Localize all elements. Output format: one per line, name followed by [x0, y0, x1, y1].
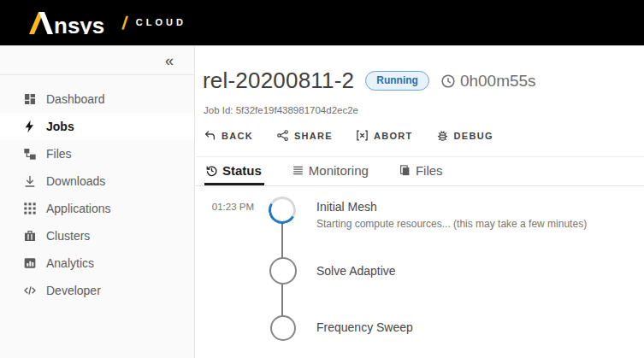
share-button[interactable]: SHARE: [276, 129, 333, 142]
sidebar-item-label: Clusters: [46, 229, 90, 243]
sidebar-item-applications[interactable]: Applications: [0, 195, 194, 222]
job-tabs: Status Monitoring Files: [196, 157, 644, 186]
job-title: rel-20200811-2: [203, 67, 354, 94]
sidebar-item-clusters[interactable]: Clusters: [0, 222, 194, 249]
job-actions: BACK SHARE ABORT: [204, 129, 644, 142]
developer-icon: [22, 284, 37, 298]
step-title: Solve Adaptive: [316, 264, 396, 278]
sidebar-item-files[interactable]: Files: [0, 140, 194, 167]
job-id: Job Id: 5f32fe19f438981704d2ec2e: [204, 105, 644, 115]
step-subtitle: Starting compute resources... (this may …: [316, 218, 587, 230]
share-icon: [276, 129, 289, 142]
sidebar-item-label: Files: [46, 147, 72, 161]
sidebar-collapse-button[interactable]: «: [165, 53, 174, 68]
sidebar-item-dashboard[interactable]: Dashboard: [0, 85, 194, 113]
files-icon: [22, 147, 37, 161]
brand-product-label: CLOUD: [136, 17, 186, 29]
step-title: Frequency Sweep: [316, 320, 413, 334]
job-detail-panel: rel-20200811-2 Running 0h00m55s Job Id: …: [196, 46, 644, 358]
clock-icon: [440, 73, 456, 89]
sidebar-collapse-row: «: [0, 46, 194, 75]
job-header: rel-20200811-2 Running 0h00m55s: [203, 67, 644, 94]
sidebar-item-label: Analytics: [46, 256, 94, 270]
step-circle-pending: [269, 257, 297, 285]
tab-files[interactable]: Files: [398, 165, 446, 185]
step-circle-pending: [270, 315, 296, 341]
debug-button-label: DEBUG: [454, 131, 493, 141]
back-button[interactable]: BACK: [204, 129, 253, 142]
abort-button-label: ABORT: [374, 131, 413, 141]
tab-monitoring-label: Monitoring: [309, 163, 369, 178]
tab-status[interactable]: Status: [204, 165, 264, 185]
brand-rest-text: nsys: [54, 13, 104, 34]
debug-icon: [436, 129, 449, 142]
ansys-cloud-app: nsys / CLOUD « Dashboard Jobs: [0, 0, 644, 358]
downloads-icon: [22, 174, 37, 189]
status-badge: Running: [365, 71, 429, 91]
sidebar-item-label: Developer: [46, 284, 101, 297]
sidebar-item-jobs[interactable]: Jobs: [0, 113, 194, 140]
sidebar-item-label: Downloads: [46, 174, 105, 188]
sidebar-item-downloads[interactable]: Downloads: [0, 167, 194, 195]
tab-status-label: Status: [222, 163, 262, 178]
back-button-label: BACK: [222, 131, 253, 141]
dashboard-icon: [22, 92, 37, 107]
files-copy-icon: [399, 164, 411, 177]
step-spinner-running: [265, 193, 298, 226]
back-icon: [204, 129, 216, 142]
jobs-icon: [22, 120, 37, 134]
share-button-label: SHARE: [294, 131, 333, 141]
analytics-icon: [22, 256, 37, 271]
tab-monitoring[interactable]: Monitoring: [291, 165, 371, 185]
sidebar-item-analytics[interactable]: Analytics: [0, 249, 194, 277]
step-timestamp: 01:23 PM: [196, 202, 254, 212]
sidebar-item-label: Dashboard: [46, 92, 105, 106]
monitoring-list-icon: [292, 164, 304, 177]
applications-icon: [22, 202, 37, 216]
tab-files-label: Files: [416, 163, 443, 178]
sidebar-nav: Dashboard Jobs Files Downloads: [0, 75, 194, 304]
sidebar-item-developer[interactable]: Developer: [0, 277, 194, 304]
sidebar: « Dashboard Jobs Files: [0, 46, 195, 358]
elapsed-time-value: 0h00m55s: [460, 72, 536, 91]
sidebar-item-label: Jobs: [46, 120, 74, 133]
debug-button[interactable]: DEBUG: [436, 129, 493, 142]
abort-icon: [356, 129, 369, 142]
ansys-logo: nsys: [23, 11, 112, 34]
abort-button[interactable]: ABORT: [356, 129, 413, 142]
elapsed-time: 0h00m55s: [440, 72, 536, 91]
sidebar-item-label: Applications: [46, 202, 111, 215]
ansys-wordmark-icon: nsys: [23, 11, 112, 34]
status-timeline: 01:23 PM Initial Mesh Starting compute r…: [196, 192, 644, 337]
topbar: nsys / CLOUD: [0, 0, 644, 46]
step-title: Initial Mesh: [316, 200, 377, 214]
history-icon: [205, 164, 218, 177]
brand-separator: /: [121, 14, 129, 32]
clusters-icon: [22, 229, 37, 244]
